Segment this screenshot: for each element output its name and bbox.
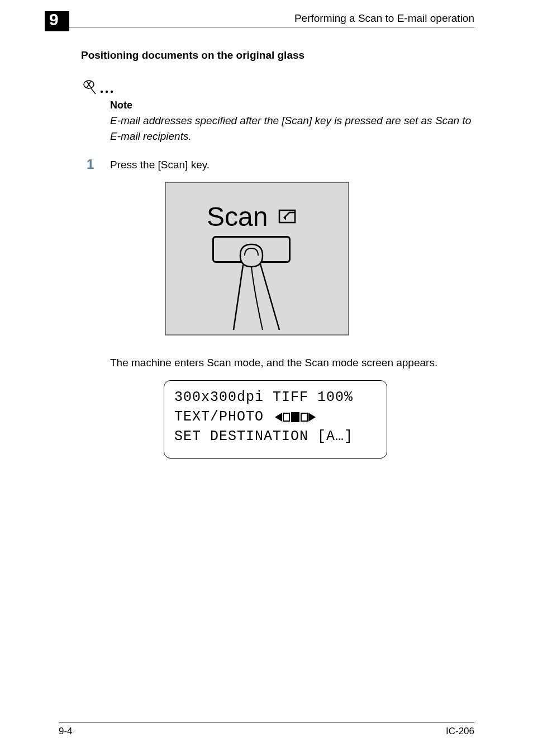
step-number: 1 (87, 157, 94, 172)
svg-point-5 (111, 91, 113, 93)
scan-key-label: Scan (207, 201, 268, 232)
section-heading: Positioning documents on the original gl… (81, 49, 304, 62)
density-indicator (275, 412, 316, 422)
page-number: 9-4 (59, 726, 73, 737)
running-header: Performing a Scan to E-mail operation (294, 12, 474, 25)
density-left-icon (275, 413, 282, 422)
svg-point-3 (101, 91, 103, 93)
lcd-mode-label: TEXT/PHOTO (174, 407, 264, 427)
lcd-line-3: SET DESTINATION [A…] (174, 427, 377, 446)
density-step (301, 413, 308, 422)
finger-press-icon (223, 242, 285, 333)
note-label: Note (110, 100, 132, 111)
svg-point-4 (106, 91, 108, 93)
note-icon (81, 78, 115, 100)
density-right-icon (308, 413, 316, 422)
density-step (283, 413, 290, 422)
chapter-number: 9 (49, 10, 59, 29)
density-step-active (291, 412, 299, 422)
step-result: The machine enters Scan mode, and the Sc… (110, 357, 437, 369)
lcd-line-1: 300x300dpi TIFF 100% (174, 388, 377, 407)
note-body: E-mail addresses specified after the [Sc… (110, 113, 472, 144)
step-instruction: Press the [Scan] key. (110, 159, 210, 171)
lcd-screen: 300x300dpi TIFF 100% TEXT/PHOTO SET DEST… (164, 380, 387, 459)
lcd-line-2: TEXT/PHOTO (174, 407, 377, 427)
header-rule (67, 27, 474, 27)
scan-document-icon (278, 207, 298, 227)
footer-rule (59, 722, 474, 722)
document-code: IC-206 (446, 726, 474, 737)
